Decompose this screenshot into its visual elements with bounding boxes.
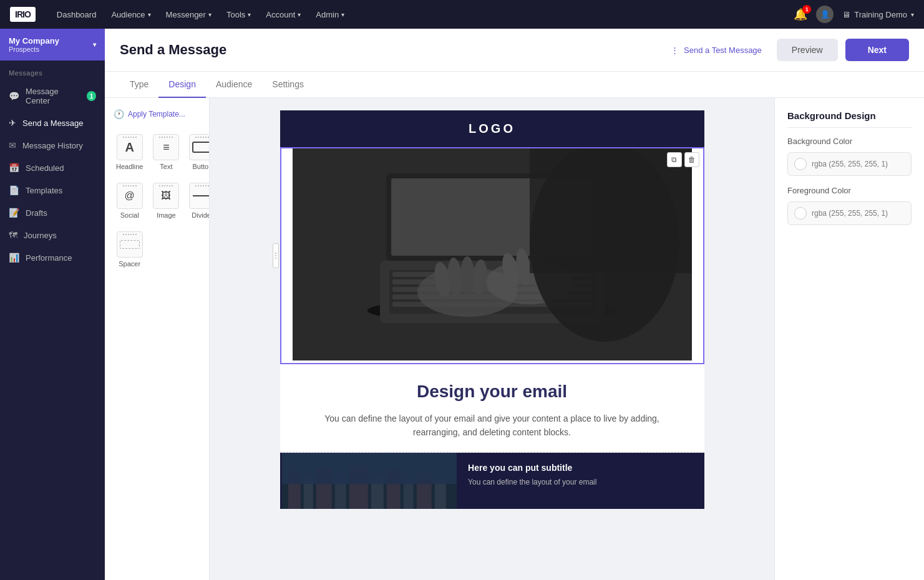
- email-footer-text-area: Here you can put subtitle You can define…: [458, 453, 704, 509]
- headline-symbol: [125, 140, 134, 155]
- nav-tools[interactable]: Tools ▾: [220, 6, 257, 23]
- email-canvas-area[interactable]: LOGO ⧉ 🗑: [210, 98, 774, 580]
- apply-template-button[interactable]: 🕐 Apply Template...: [114, 107, 200, 122]
- nav-links: Dashboard Audience ▾ Messenger ▾ Tools ▾…: [51, 6, 794, 23]
- divider-block-icon: [189, 183, 210, 209]
- sidebar-item-message-history[interactable]: ✉ Message History: [0, 134, 105, 157]
- duplicate-block-button[interactable]: ⧉: [667, 152, 682, 167]
- message-history-icon: ✉: [9, 140, 16, 150]
- block-controls: ⧉ 🗑: [667, 152, 699, 167]
- fg-color-picker[interactable]: rgba (255, 255, 255, 1): [787, 201, 912, 225]
- logo[interactable]: IRIO: [10, 7, 36, 22]
- button-symbol: [192, 142, 210, 153]
- nav-audience[interactable]: Audience ▾: [105, 6, 157, 23]
- company-name: My Company: [9, 36, 59, 46]
- nav-dashboard[interactable]: Dashboard: [51, 6, 103, 23]
- page-header: Send a Message ⋮ Send a Test Message Pre…: [105, 29, 924, 72]
- nav-account[interactable]: Account ▾: [260, 6, 307, 23]
- tab-type[interactable]: Type: [120, 72, 158, 98]
- sidebar-item-label: Scheduled: [26, 163, 64, 173]
- tab-design[interactable]: Design: [158, 72, 206, 98]
- text-block-icon: [153, 134, 179, 160]
- sidebar-item-drafts[interactable]: 📝 Drafts: [0, 201, 105, 224]
- notification-badge: 1: [802, 5, 811, 14]
- right-panel-title: Background Design: [787, 110, 912, 128]
- sidebar-item-label: Templates: [26, 186, 62, 195]
- templates-icon: 📄: [9, 185, 19, 195]
- drafts-icon: 📝: [9, 208, 19, 218]
- headline-block-icon: [117, 134, 143, 160]
- block-headline[interactable]: Headline: [114, 130, 145, 174]
- spacer-block-icon: [117, 231, 143, 258]
- notification-bell[interactable]: 🔔 1: [794, 7, 807, 21]
- block-text[interactable]: Text: [150, 130, 182, 174]
- footer-body: You can define the layout of your email: [468, 476, 694, 488]
- email-logo-block[interactable]: LOGO: [280, 110, 704, 147]
- bg-color-picker[interactable]: rgba (255, 255, 255, 1): [787, 152, 912, 176]
- image-symbol: [161, 190, 171, 201]
- tabs-bar: Type Design Audience Settings: [105, 72, 924, 98]
- block-social[interactable]: Social: [114, 179, 145, 223]
- svg-rect-35: [281, 453, 456, 484]
- email-headline-text: Design your email: [305, 382, 679, 402]
- email-footer-block[interactable]: Here you can put subtitle You can define…: [280, 453, 704, 509]
- spacer-symbol: [120, 240, 140, 249]
- top-navigation: IRIO Dashboard Audience ▾ Messenger ▾ To…: [0, 0, 924, 29]
- delete-block-button[interactable]: 🗑: [684, 152, 699, 167]
- editor-layout: 🕐 Apply Template... Headline: [105, 98, 924, 580]
- sidebar-item-message-center[interactable]: 💬 Message Center 1: [0, 80, 105, 112]
- nav-messenger[interactable]: Messenger ▾: [160, 6, 218, 23]
- user-avatar[interactable]: 👤: [816, 6, 834, 23]
- text-symbol: [163, 141, 170, 154]
- tab-audience[interactable]: Audience: [206, 72, 262, 98]
- social-block-icon: [117, 183, 143, 209]
- next-button[interactable]: Next: [845, 39, 909, 61]
- message-center-icon: 💬: [9, 91, 19, 101]
- right-panel: Background Design Background Color rgba …: [774, 98, 924, 580]
- sidebar-item-performance[interactable]: 📊 Performance: [0, 246, 105, 269]
- block-spacer[interactable]: Spacer: [114, 228, 145, 271]
- dots-icon: ⋮: [671, 46, 679, 55]
- email-text-block[interactable]: You can define the layout of your email …: [280, 412, 704, 453]
- email-body-text: You can define the layout of your email …: [305, 412, 679, 440]
- sidebar-item-label: Journeys: [24, 231, 57, 240]
- divider-symbol: [193, 195, 210, 196]
- resize-handle[interactable]: [273, 243, 279, 268]
- performance-icon: 📊: [9, 253, 19, 263]
- sidebar-item-label: Message Center: [26, 87, 80, 105]
- button-block-icon: [189, 134, 210, 160]
- button-block-label: Button: [193, 163, 210, 170]
- block-image[interactable]: Image: [150, 179, 182, 223]
- send-message-icon: ✈: [9, 118, 16, 128]
- send-test-message-button[interactable]: ⋮ Send a Test Message: [663, 41, 769, 60]
- nav-right: 🔔 1 👤 🖥 Training Demo ▾: [794, 6, 914, 23]
- fg-color-value: rgba (255, 255, 255, 1): [812, 209, 888, 218]
- training-demo-selector[interactable]: 🖥 Training Demo ▾: [842, 10, 914, 19]
- email-image-block[interactable]: ⧉ 🗑: [280, 147, 704, 364]
- sidebar-item-send-message[interactable]: ✈ Send a Message: [0, 112, 105, 134]
- bg-color-swatch: [794, 158, 807, 170]
- tab-settings[interactable]: Settings: [262, 72, 314, 98]
- sidebar-item-journeys[interactable]: 🗺 Journeys: [0, 224, 105, 246]
- company-selector[interactable]: My Company Prospects ▾: [0, 29, 105, 60]
- sidebar-item-label: Performance: [26, 253, 72, 263]
- image-block-label: Image: [157, 211, 176, 219]
- text-block-label: Text: [160, 163, 172, 170]
- spacer-block-label: Spacer: [119, 260, 140, 268]
- email-canvas: LOGO ⧉ 🗑: [280, 110, 704, 509]
- sidebar-item-scheduled[interactable]: 📅 Scheduled: [0, 157, 105, 179]
- preview-button[interactable]: Preview: [777, 39, 838, 61]
- sidebar-item-templates[interactable]: 📄 Templates: [0, 179, 105, 201]
- page-title: Send a Message: [120, 42, 226, 58]
- footer-image: [280, 453, 459, 509]
- block-button[interactable]: Button: [187, 130, 210, 174]
- main-layout: My Company Prospects ▾ Messages 💬 Messag…: [0, 29, 924, 580]
- header-actions: ⋮ Send a Test Message Preview Next: [663, 39, 909, 61]
- email-headline-block[interactable]: Design your email: [280, 364, 704, 412]
- messages-section-label: Messages: [0, 60, 105, 80]
- nav-admin[interactable]: Admin ▾: [309, 6, 351, 23]
- block-divider[interactable]: Divider: [187, 179, 210, 223]
- sidebar-item-label: Message History: [22, 141, 83, 150]
- svg-point-16: [460, 256, 474, 294]
- image-block-icon: [153, 183, 179, 209]
